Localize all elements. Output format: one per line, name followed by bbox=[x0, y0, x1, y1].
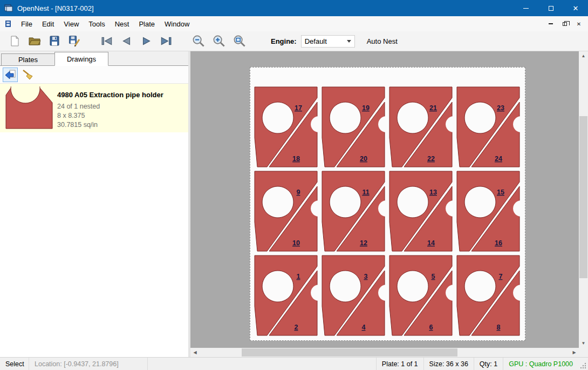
close-button[interactable]: ✕ bbox=[563, 0, 588, 16]
vertical-scroll-thumb[interactable] bbox=[579, 116, 587, 278]
menubar: File Edit View Tools Nest Plate Window ✕ bbox=[0, 16, 588, 31]
zoom-out-icon bbox=[192, 35, 205, 48]
part-number: 1 bbox=[297, 273, 300, 280]
first-icon bbox=[101, 37, 113, 45]
scroll-down-icon[interactable]: ▼ bbox=[579, 339, 588, 348]
last-icon bbox=[160, 37, 172, 45]
zoom-in-icon bbox=[213, 35, 225, 48]
open-button[interactable] bbox=[27, 33, 42, 49]
drawings-toolbar bbox=[0, 66, 188, 84]
nest-pair[interactable]: 1314 bbox=[389, 171, 462, 251]
nest-part[interactable] bbox=[464, 186, 496, 218]
vertical-scrollbar[interactable]: ▲ ▼ bbox=[579, 51, 588, 348]
next-icon bbox=[140, 37, 152, 45]
menu-view[interactable]: View bbox=[59, 18, 84, 30]
menu-tools[interactable]: Tools bbox=[84, 18, 110, 30]
tab-plates[interactable]: Plates bbox=[1, 53, 55, 65]
menu-window[interactable]: Window bbox=[160, 18, 194, 30]
part-number: 6 bbox=[429, 324, 433, 331]
nest-part[interactable] bbox=[464, 271, 496, 302]
nest-part[interactable] bbox=[262, 271, 293, 302]
save-as-button[interactable] bbox=[67, 33, 82, 49]
zoom-extents-button[interactable] bbox=[232, 33, 247, 49]
nest-part[interactable] bbox=[330, 102, 361, 133]
part-number: 4 bbox=[362, 324, 366, 331]
nest-part[interactable] bbox=[397, 186, 428, 218]
nest-pair[interactable]: 1516 bbox=[457, 171, 525, 251]
part-shape-icon bbox=[4, 86, 54, 130]
nest-part[interactable] bbox=[262, 186, 293, 218]
nest-part[interactable] bbox=[464, 102, 496, 133]
engine-select[interactable]: Default bbox=[301, 35, 355, 48]
part-number: 13 bbox=[429, 189, 437, 196]
zoom-in-button[interactable] bbox=[211, 33, 227, 49]
previous-icon bbox=[121, 37, 133, 45]
scroll-left-icon[interactable]: ◀ bbox=[190, 348, 200, 357]
nest-part[interactable] bbox=[330, 186, 361, 218]
save-icon bbox=[49, 35, 60, 47]
last-plate-button[interactable] bbox=[159, 33, 173, 49]
clean-button[interactable] bbox=[20, 68, 35, 82]
nest-pair[interactable]: 2324 bbox=[457, 87, 525, 167]
menu-file[interactable]: File bbox=[16, 18, 37, 30]
nest-part[interactable] bbox=[397, 102, 428, 133]
scroll-up-icon[interactable]: ▲ bbox=[579, 51, 588, 60]
status-plate: Plate: 1 of 1 bbox=[376, 358, 423, 370]
mdi-restore-button[interactable] bbox=[558, 18, 572, 30]
close-icon: ✕ bbox=[573, 4, 579, 12]
status-gpu: GPU : Quadro P1000 bbox=[503, 358, 578, 370]
app-window: OpenNest - [N0317-002] ✕ File Edit View … bbox=[0, 0, 588, 370]
drawing-list-item[interactable]: 4980 A05 Extraction pipe holder 24 of 1 … bbox=[0, 84, 188, 132]
menu-plate[interactable]: Plate bbox=[134, 18, 160, 30]
horizontal-scrollbar[interactable]: ◀ ▶ bbox=[190, 348, 579, 357]
mdi-close-button[interactable]: ✕ bbox=[572, 18, 586, 30]
menu-edit[interactable]: Edit bbox=[37, 18, 59, 30]
nest-pair[interactable]: 1718 bbox=[255, 87, 327, 167]
first-plate-button[interactable] bbox=[100, 33, 114, 49]
part-number: 11 bbox=[362, 189, 369, 196]
nest-pair[interactable]: 1112 bbox=[322, 171, 394, 251]
nest-pair[interactable]: 1920 bbox=[322, 87, 394, 167]
auto-nest-button[interactable]: Auto Nest bbox=[364, 35, 401, 48]
drawing-title: 4980 A05 Extraction pipe holder bbox=[57, 91, 163, 99]
nest-canvas[interactable]: 171819202122232491011121314151612345678 bbox=[190, 51, 579, 348]
nest-pair[interactable]: 78 bbox=[457, 255, 525, 335]
menu-nest[interactable]: Nest bbox=[110, 18, 134, 30]
scrollbar-corner bbox=[579, 348, 588, 357]
part-number: 12 bbox=[360, 239, 367, 247]
nest-part[interactable] bbox=[262, 102, 293, 133]
part-number: 7 bbox=[499, 273, 503, 280]
zoom-out-button[interactable] bbox=[191, 33, 206, 49]
mdi-minimize-icon bbox=[549, 23, 553, 24]
nest-part[interactable] bbox=[330, 271, 361, 302]
part-number: 14 bbox=[427, 239, 435, 247]
minimize-button[interactable] bbox=[514, 0, 538, 16]
maximize-button[interactable] bbox=[538, 0, 563, 16]
nest-pair[interactable]: 910 bbox=[255, 171, 327, 251]
part-number: 16 bbox=[495, 239, 502, 247]
nest-pair[interactable]: 34 bbox=[322, 255, 394, 335]
save-button[interactable] bbox=[47, 33, 61, 49]
new-button[interactable] bbox=[8, 33, 22, 49]
return-part-button[interactable] bbox=[3, 68, 18, 82]
scroll-right-icon[interactable]: ▶ bbox=[570, 348, 579, 357]
next-plate-button[interactable] bbox=[139, 33, 153, 49]
nest-pair[interactable]: 2122 bbox=[389, 87, 462, 167]
plate[interactable]: 171819202122232491011121314151612345678 bbox=[250, 67, 525, 341]
tab-drawings[interactable]: Drawings bbox=[54, 52, 108, 66]
nest-pair[interactable]: 56 bbox=[389, 255, 462, 335]
app-icon bbox=[4, 4, 13, 12]
part-number: 5 bbox=[432, 273, 435, 280]
drawing-size: 8 x 8.375 bbox=[57, 111, 163, 120]
part-number: 23 bbox=[497, 104, 504, 112]
drawing-item-text: 4980 A05 Extraction pipe holder 24 of 1 … bbox=[57, 86, 163, 130]
resize-grip[interactable] bbox=[578, 358, 588, 370]
mdi-minimize-button[interactable] bbox=[544, 18, 558, 30]
previous-plate-button[interactable] bbox=[120, 33, 134, 49]
part-number: 17 bbox=[295, 104, 302, 112]
mdi-close-icon: ✕ bbox=[577, 21, 581, 27]
nest-pair[interactable]: 12 bbox=[255, 255, 327, 335]
nest-part[interactable] bbox=[397, 271, 428, 302]
horizontal-scroll-thumb[interactable] bbox=[242, 348, 457, 356]
status-qty: Qty: 1 bbox=[474, 358, 503, 370]
